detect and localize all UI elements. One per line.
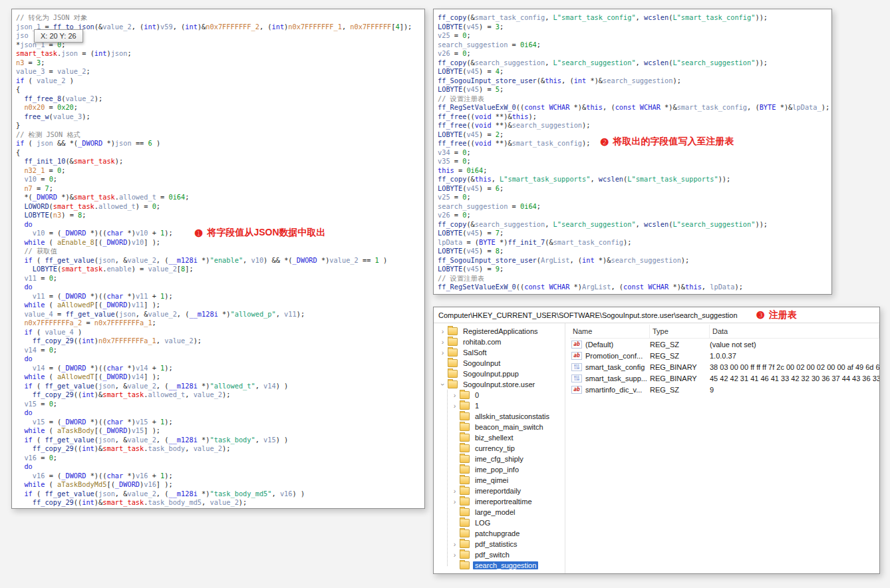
tree-item-ime_pop_info[interactable]: ›ime_pop_info (434, 464, 565, 475)
tree-item-label: large_model (473, 508, 518, 516)
folder-icon (460, 529, 470, 537)
chevron-right-icon[interactable]: › (439, 327, 446, 335)
registry-value-row[interactable]: absmartinfo_dic_v...REG_SZ9 (570, 384, 879, 395)
code-line: ff_free((void **)&search_suggestion); (438, 121, 831, 130)
annotation-2: ❷ 将取出的字段值写入至注册表 (600, 136, 734, 148)
tree-item-search_suggestion[interactable]: ›search_suggestion (434, 560, 565, 571)
tree-item-ime_qimei[interactable]: ›ime_qimei (434, 475, 565, 486)
value-type: REG_BINARY (650, 363, 710, 371)
code-line: while ( aAllowedP[(_DWORD)v11] ); (16, 301, 424, 310)
code-line: v14 = 0; (16, 346, 424, 355)
code-line: value_3 = value_2; (16, 67, 424, 76)
folder-icon (460, 402, 470, 410)
tree-item-ime_cfg_shiply[interactable]: ›ime_cfg_shiply (434, 454, 565, 464)
chevron-right-icon[interactable]: › (451, 402, 458, 410)
tree-item-pdf_switch[interactable]: ›pdf_switch (434, 549, 565, 560)
code-line: ff_SogouInput_store_user(ArgList, (int *… (438, 256, 831, 265)
code-line: if ( value_2 ) (16, 76, 424, 86)
annotation-1: ❶ 将字段值从JSON数据中取出 (194, 227, 326, 239)
tree-item-0[interactable]: ›0 (434, 390, 565, 400)
tree-item-rohitab.com[interactable]: ›rohitab.com (434, 337, 565, 347)
code-line: v34 = 0; (438, 148, 831, 158)
folder-icon (460, 487, 470, 495)
tree-item-label: SogouInput.store.user (461, 380, 537, 388)
tree-item-SalSoft[interactable]: ›SalSoft (434, 347, 565, 358)
code-line: ff_copy(&search_suggestion, L"search_sug… (438, 59, 831, 68)
column-header-data[interactable]: Data (710, 325, 879, 338)
folder-icon (448, 349, 458, 357)
folder-icon (460, 412, 470, 420)
tree-item-label: imereportrealtime (473, 498, 534, 506)
tree-item-pdf_statistics[interactable]: ›pdf_statistics (434, 539, 565, 549)
code-line: // 设置注册表 (438, 274, 831, 283)
code-line: LOBYTE(smart_task.enable) = value_2[8]; (16, 265, 424, 274)
folder-icon (460, 476, 470, 484)
code-line: n7 = 7; (16, 184, 424, 194)
column-header-name[interactable]: Name (570, 325, 650, 338)
tree-item-label: 1 (473, 402, 481, 410)
tree-item-patchupgrade[interactable]: ›patchupgrade (434, 528, 565, 539)
tree-item-imereportdaily[interactable]: ›imereportdaily (434, 486, 565, 496)
code-line: ff_copy_29((int)n0x7FFFFFFFa_1, value_2)… (16, 337, 424, 346)
value-name: smartinfo_dic_v... (585, 386, 642, 394)
registry-address-bar[interactable]: Computer\HKEY_CURRENT_USER\SOFTWARE\Sogo… (434, 307, 879, 323)
tree-item-SogouInput[interactable]: ›SogouInput (434, 358, 565, 368)
code-line: n0x7FFFFFFFa_2 = n0x7FFFFFFFa_1; (16, 319, 424, 328)
folder-icon (448, 370, 458, 378)
chevron-right-icon[interactable]: › (439, 349, 446, 357)
binary-icon: 011 110 (571, 363, 582, 371)
binary-icon: 011 110 (571, 374, 582, 382)
tree-item-label: SalSoft (461, 349, 488, 357)
tree-item-SogouInput.store.user[interactable]: ›SogouInput.store.user (434, 379, 565, 390)
tree-item-1[interactable]: ›1 (434, 400, 565, 411)
registry-value-row[interactable]: 011 110smart_task_supp...REG_BINARY45 42… (570, 372, 879, 384)
chevron-down-icon[interactable]: › (439, 381, 447, 388)
tree-item-SogouInput.ppup[interactable]: ›SogouInput.ppup (434, 368, 565, 379)
registry-value-row[interactable]: abPromotion_conf...REG_SZ1.0.0.37 (570, 350, 879, 361)
tree-guide-line (447, 390, 448, 566)
pseudocode-panel-registry-write: ff_copy(&smart_task_config, L"smart_task… (433, 9, 832, 295)
value-type: REG_SZ (650, 341, 710, 349)
tree-item-allskin_statusiconstatis[interactable]: ›allskin_statusiconstatis (434, 411, 565, 422)
column-header-type[interactable]: Type (650, 325, 710, 338)
code-line: while ( aTaskBodyMd5[(_DWORD)v16] ); (16, 480, 424, 490)
registry-value-row[interactable]: 011 110smart_task_configREG_BINARY38 03 … (570, 361, 879, 372)
tree-item-label: imereportdaily (473, 487, 523, 495)
chevron-right-icon[interactable]: › (451, 551, 458, 559)
tree-item-label: pdf_switch (473, 551, 512, 559)
tree-item-biz_shellext[interactable]: ›biz_shellext (434, 432, 565, 443)
tree-item-large_model[interactable]: ›large_model (434, 507, 565, 517)
code-line: do (16, 408, 424, 418)
code-line: if ( ff_get_value(json, &value_2, (__m12… (16, 256, 424, 265)
code-line: do (16, 283, 424, 292)
badge-3-icon: ❸ (756, 310, 765, 320)
tree-item-imereportrealtime[interactable]: ›imereportrealtime (434, 496, 565, 507)
value-data: 9 (710, 386, 879, 394)
chevron-right-icon[interactable]: › (451, 498, 458, 506)
tree-item-RegisteredApplications[interactable]: ›RegisteredApplications (434, 326, 565, 337)
folder-icon (448, 338, 458, 346)
tree-item-LOG[interactable]: ›LOG (434, 517, 565, 528)
code-line: do (16, 462, 424, 472)
chevron-right-icon[interactable]: › (439, 338, 446, 346)
folder-icon (460, 540, 470, 548)
folder-icon (460, 455, 470, 463)
pseudocode-view-json-parse: // 转化为 JSON 对象json_1 = ff_to_json(&value… (12, 9, 424, 508)
registry-tree: ›RegisteredApplications›rohitab.com›SalS… (434, 323, 565, 573)
tree-item-currency_tip[interactable]: ›currency_tip (434, 443, 565, 454)
chevron-right-icon[interactable]: › (451, 487, 458, 495)
registry-values-pane: Name Type Data ab(Default)REG_SZ(value n… (565, 323, 879, 573)
badge-1-icon: ❶ (194, 228, 203, 238)
chevron-right-icon[interactable]: › (451, 391, 458, 399)
chevron-right-icon[interactable]: › (451, 540, 458, 548)
tree-item-label: search_suggestion (473, 561, 538, 569)
code-line: v16 = (_DWORD *)((char *)v16 + 1); (16, 472, 424, 481)
code-line: } (16, 121, 424, 130)
code-line: LOBYTE(v45) = 3; (438, 23, 831, 32)
tree-item-beacon_main_switch[interactable]: ›beacon_main_switch (434, 422, 565, 432)
code-line: search_suggestion = 0i64; (438, 202, 831, 212)
registry-value-row[interactable]: ab(Default)REG_SZ(value not set) (570, 339, 879, 350)
screenshot-canvas: // 转化为 JSON 对象json_1 = ff_to_json(&value… (0, 0, 890, 588)
code-line: v15 = (_DWORD *)((char *)v15 + 1); (16, 418, 424, 427)
tree-item-label: ime_pop_info (473, 466, 521, 474)
